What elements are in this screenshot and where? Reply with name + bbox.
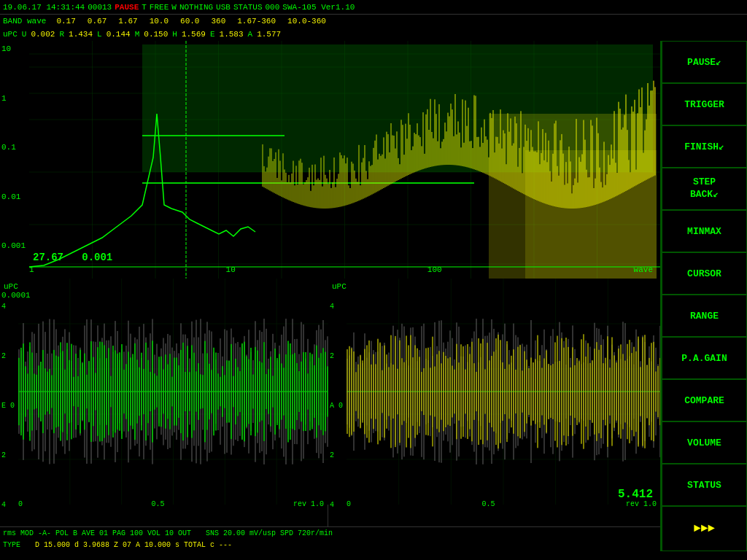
l-key: L [97,30,102,39]
record-num: 00013 [88,3,112,12]
pagain-button-label: P.A.GAIN [681,353,727,364]
status-val: 000 [266,3,280,12]
top-bar: 19.06.17 14:31:44 00013 PAUSE T FREE W N… [0,0,747,15]
status-button[interactable]: STATUS [662,464,747,506]
range-button[interactable]: RANGE [662,295,747,337]
finish-button-label: FINISH↙ [684,141,724,152]
nav-button[interactable]: ►►► [662,506,747,551]
a-key: A [248,30,253,39]
cursor-y: 0.001 [82,252,112,263]
t-val: FREE [150,3,169,12]
band-val-4: 10.0 [150,17,169,26]
pagain-button[interactable]: P.A.GAIN [662,337,747,379]
band-val-8: 10.0-360 [287,17,326,26]
cursor-button-label: CURSOR [687,268,721,279]
x-100: 100 [427,265,442,274]
w-label: W [171,3,177,12]
l-val: 0.144 [107,30,131,39]
chart-left-canvas [0,279,328,505]
y-0.01: 0.01 [1,192,27,201]
band-val-1: 0.17 [56,17,75,26]
upc-label: uPC [3,30,18,39]
w-val: NOTHING [179,3,213,12]
r-key: R [59,30,64,39]
stepback-button-label: STEPBACK↙ [690,176,719,201]
compare-button-label: COMPARE [684,395,724,406]
minmax-button[interactable]: MINMAX [662,210,747,252]
t-label: T [142,3,147,12]
chart-right-canvas [328,279,660,505]
band-val-7: 1.67-360 [237,17,276,26]
bottom-charts: uPC 4 2 E 0 2 4 0 0.5 rev 1.0 uPC [0,279,660,526]
band-val-3: 1.67 [118,17,137,26]
status-label: STATUS [233,3,263,12]
chart-right-x-axis: 0 0.5 rev 1.0 [347,500,657,508]
band-val-2: 0.67 [88,17,107,26]
u-key: U [22,30,27,39]
r-val: 1.434 [69,30,93,39]
m-val: 0.150 [144,30,168,39]
bottom-status-bar-2: TYPE D 15.000 d 3.9688 Z 07 A 10.000 s T… [0,540,660,551]
bottom-status-left: rms MOD -A- POL B AVE 01 PAG 100 VOL 10 … [3,529,191,537]
e-key: E [210,30,215,39]
h-key: H [172,30,177,39]
usb-label: USB [216,3,231,12]
u-val: 0.002 [31,30,55,39]
y-10: 10 [1,44,27,53]
spectrum-area: 10 1 0.1 0.01 0.001 0.0001 1 10 100 wave… [0,41,660,279]
y-0.001: 0.001 [1,241,27,250]
chart-left-x-axis: 0 0.5 rev 1.0 [18,500,324,508]
x-wave: wave [634,265,653,274]
h-val: 1.569 [182,30,206,39]
e-val: 1.583 [220,30,244,39]
stepback-button[interactable]: STEPBACK↙ [662,168,747,210]
band-val-6: 360 [211,17,225,26]
pause-label: PAUSE [115,3,139,12]
right-panel: PAUSE↙ TRIGGER FINISH↙ STEPBACK↙ MINMAX … [660,41,747,551]
band-val-5: 60.0 [180,17,199,26]
compare-button[interactable]: COMPARE [662,379,747,421]
y-0.1: 0.1 [1,143,27,152]
volume-button[interactable]: VOLUME [662,421,747,464]
trigger-button[interactable]: TRIGGER [662,83,747,125]
chart-left: uPC 4 2 E 0 2 4 0 0.5 rev 1.0 [0,279,328,526]
chart-right: uPC 4 2 A 0 2 4 0 0.5 rev 1.0 5.412 [328,279,660,526]
trigger-button-label: TRIGGER [684,99,724,110]
status-button-label: STATUS [687,480,721,491]
cursor-x: 27.67 [33,252,63,263]
a-val: 1.577 [257,30,281,39]
pause-button-label: PAUSE↙ [687,56,721,68]
range-button-label: RANGE [690,311,719,322]
m-key: M [135,30,140,39]
spectrum-x-axis: 1 10 100 wave [29,265,653,274]
minmax-button-label: MINMAX [687,226,721,237]
main-area: 10 1 0.1 0.01 0.001 0.0001 1 10 100 wave… [0,41,747,551]
chart-right-y-axis: 4 2 A 0 2 4 [330,282,343,530]
upc-row: uPC U 0.002 R 1.434 L 0.144 M 0.150 H 1.… [0,28,747,41]
x-10: 10 [226,265,236,274]
spectrum-y-axis: 10 1 0.1 0.01 0.001 0.0001 [1,41,27,303]
bottom-d-values: D 15.000 d 3.9688 Z 07 A 10.000 s TOTAL … [35,541,232,549]
cursor-label: 27.67 0.001 [33,252,112,263]
volume-button-label: VOLUME [687,438,721,448]
cursor-button[interactable]: CURSOR [662,252,747,295]
type-label: TYPE [3,541,20,549]
band-label: BAND wave [3,17,46,26]
bottom-status-right: SNS 20.00 mV/usp SPD 720r/min [206,529,333,537]
left-panel: 10 1 0.1 0.01 0.001 0.0001 1 10 100 wave… [0,41,660,551]
y-1: 1 [1,94,27,103]
nav-button-label: ►►► [694,522,715,535]
spectrum-canvas [0,41,660,303]
version: SWA-105 Ver1.10 [282,3,355,12]
finish-button[interactable]: FINISH↙ [662,125,747,168]
chart-left-y-axis: 4 2 E 0 2 4 [1,282,15,530]
pause-button[interactable]: PAUSE↙ [662,41,747,83]
datetime: 19.06.17 14:31:44 [3,3,85,12]
chart-right-value: 5.412 [618,488,653,501]
band-row: BAND wave 0.17 0.67 1.67 10.0 60.0 360 1… [0,15,747,28]
x-1: 1 [29,265,34,274]
